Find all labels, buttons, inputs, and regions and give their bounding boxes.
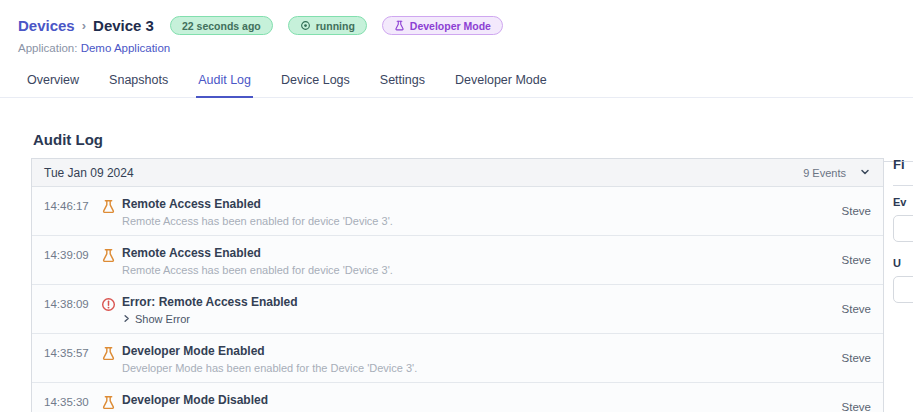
event-user: Steve <box>842 392 871 412</box>
day-group-date: Tue Jan 09 2024 <box>44 166 134 180</box>
tab-settings[interactable]: Settings <box>378 69 427 97</box>
breadcrumb-current-device: Device 3 <box>93 17 154 34</box>
flask-icon <box>394 20 405 31</box>
collapse-day-button[interactable] <box>859 164 871 182</box>
filter-panel-divider <box>893 185 913 186</box>
application-label: Application: <box>18 42 77 54</box>
audit-event-row: 14:35:57 Developer Mode Enabled Develope… <box>32 334 883 383</box>
tab-snapshots[interactable]: Snapshots <box>107 69 170 97</box>
filter-panel: Fi Ev U <box>893 157 913 303</box>
event-title: Developer Mode Enabled <box>122 343 842 358</box>
filter-user-input[interactable] <box>893 276 913 303</box>
tab-bar: OverviewSnapshotsAudit LogDevice LogsSet… <box>0 69 913 98</box>
day-group-header[interactable]: Tue Jan 09 2024 9 Events <box>32 159 883 187</box>
tab-overview[interactable]: Overview <box>25 69 81 97</box>
event-description: Remote Access has been enabled for devic… <box>122 264 842 276</box>
flask-icon <box>101 347 116 364</box>
record-icon <box>300 20 311 31</box>
flask-icon <box>101 396 116 412</box>
tab-device-logs[interactable]: Device Logs <box>279 69 352 97</box>
event-time: 14:38:09 <box>44 294 101 310</box>
show-error-label: Show Error <box>135 313 190 325</box>
last-seen-badge: 22 seconds ago <box>170 16 273 35</box>
audit-log-table: Tue Jan 09 2024 9 Events 14:46:17 <box>31 158 884 412</box>
application-line: Application: Demo Application <box>18 42 913 54</box>
tab-audit-log[interactable]: Audit Log <box>196 69 253 98</box>
event-rows: 14:46:17 Remote Access Enabled Remote Ac… <box>32 187 883 412</box>
filter-panel-title: Fi <box>893 157 913 172</box>
breadcrumb-devices-link[interactable]: Devices <box>18 17 75 34</box>
event-user: Steve <box>842 245 871 266</box>
chevron-right-icon <box>122 313 131 325</box>
filter-user-label: U <box>893 257 913 269</box>
event-description: Remote Access has been enabled for devic… <box>122 215 842 227</box>
error-icon <box>101 298 116 315</box>
audit-event-row: 14:38:09 Error: Remote Access Enabled <box>32 285 883 334</box>
status-badges: 22 seconds ago running D <box>170 16 503 35</box>
chevron-down-icon <box>859 164 871 182</box>
event-time: 14:46:17 <box>44 196 101 212</box>
filter-event-label: Ev <box>893 196 913 208</box>
page-title: Audit Log <box>33 131 913 148</box>
page-header: Devices › Device 3 22 seconds ago runnin… <box>0 0 913 54</box>
tab-developer-mode[interactable]: Developer Mode <box>453 69 549 97</box>
flask-icon <box>101 249 116 266</box>
event-title: Remote Access Enabled <box>122 196 842 211</box>
application-link[interactable]: Demo Application <box>81 42 171 54</box>
event-user: Steve <box>842 196 871 217</box>
last-seen-label: 22 seconds ago <box>182 20 261 32</box>
event-title: Remote Access Enabled <box>122 245 842 260</box>
event-time: 14:35:30 <box>44 392 101 408</box>
events-count: 9 Events <box>803 167 846 179</box>
event-title: Error: Remote Access Enabled <box>122 294 842 309</box>
running-status-badge: running <box>288 16 367 35</box>
breadcrumb: Devices › Device 3 22 seconds ago runnin… <box>18 16 913 35</box>
event-time: 14:39:09 <box>44 245 101 261</box>
event-time: 14:35:57 <box>44 343 101 359</box>
event-user: Steve <box>842 343 871 364</box>
breadcrumb-separator: › <box>82 18 86 33</box>
audit-event-row: 14:35:30 Developer Mode Disabled <box>32 383 883 412</box>
event-user: Steve <box>842 294 871 315</box>
flask-icon <box>101 200 116 217</box>
audit-event-row: 14:39:09 Remote Access Enabled Remote Ac… <box>32 236 883 285</box>
filter-event-input[interactable] <box>893 215 913 242</box>
developer-mode-badge-label: Developer Mode <box>410 20 491 32</box>
running-status-label: running <box>316 20 355 32</box>
show-error-expander[interactable]: Show Error <box>122 313 842 325</box>
event-title: Developer Mode Disabled <box>122 392 842 407</box>
audit-event-row: 14:46:17 Remote Access Enabled Remote Ac… <box>32 187 883 236</box>
event-description: Developer Mode has been enabled for the … <box>122 362 842 374</box>
developer-mode-badge: Developer Mode <box>382 16 503 35</box>
